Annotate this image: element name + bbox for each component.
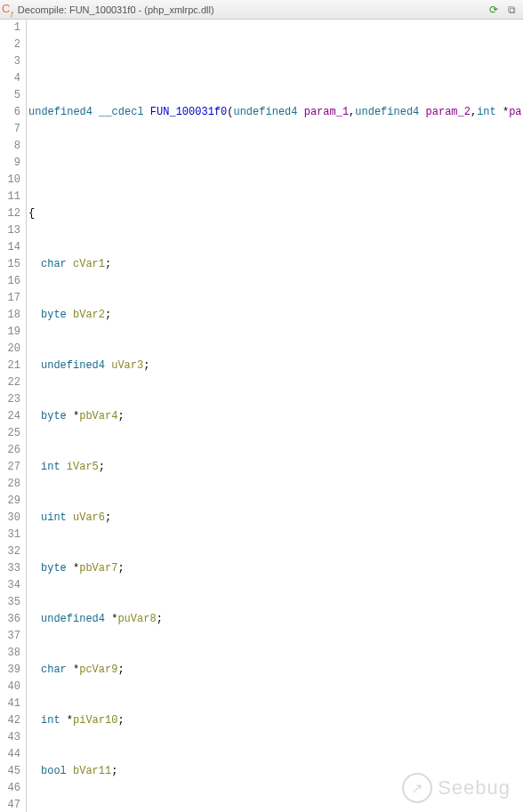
line-number: 21 — [0, 358, 20, 374]
code-line: char *pcVar9; — [28, 662, 523, 679]
decompile-icon: Cƒ — [2, 2, 14, 18]
code-line: { — [28, 205, 523, 222]
editor: 1234567891011121314151617181920212223242… — [0, 20, 523, 812]
line-gutter: 1234567891011121314151617181920212223242… — [0, 20, 27, 812]
line-number: 36 — [0, 611, 20, 628]
code-line: byte bVar2; — [28, 307, 523, 324]
code-line: undefined4 uVar3; — [28, 358, 523, 374]
line-number: 19 — [0, 324, 20, 341]
line-number: 26 — [0, 442, 20, 459]
code-line: char cVar1; — [28, 256, 523, 273]
line-number: 1 — [0, 20, 20, 36]
line-number: 2 — [0, 36, 20, 53]
line-number: 23 — [0, 391, 20, 408]
code-line: int *piVar10; — [28, 712, 523, 729]
line-number: 44 — [0, 746, 20, 763]
code-line: byte *pbVar7; — [28, 560, 523, 577]
line-number: 27 — [0, 459, 20, 476]
line-number: 24 — [0, 408, 20, 425]
line-number: 41 — [0, 695, 20, 712]
window-title: Decompile: FUN_100031f0 - (php_xmlrpc.dl… — [18, 4, 484, 15]
line-number: 7 — [0, 121, 20, 138]
code-line: undefined4 *puVar8; — [28, 611, 523, 628]
line-number: 4 — [0, 70, 20, 87]
watermark-text: Seebug — [438, 776, 511, 800]
line-number: 13 — [0, 222, 20, 239]
line-number: 8 — [0, 138, 20, 155]
line-number: 20 — [0, 341, 20, 358]
code-line — [28, 155, 523, 172]
line-number: 18 — [0, 307, 20, 324]
line-number: 10 — [0, 172, 20, 189]
line-number: 9 — [0, 155, 20, 172]
line-number: 29 — [0, 493, 20, 510]
line-number: 17 — [0, 290, 20, 307]
line-number: 25 — [0, 425, 20, 442]
line-number: 40 — [0, 679, 20, 695]
line-number: 33 — [0, 560, 20, 577]
copy-button[interactable]: ⧉ — [503, 3, 519, 17]
line-number: 43 — [0, 729, 20, 746]
line-number: 42 — [0, 712, 20, 729]
refresh-button[interactable]: ⟳ — [486, 3, 502, 17]
line-number: 34 — [0, 577, 20, 594]
line-number: 47 — [0, 797, 20, 812]
code-line: uint uVar6; — [28, 510, 523, 527]
code-line: byte *pbVar4; — [28, 408, 523, 425]
line-number: 28 — [0, 476, 20, 493]
watermark-icon: ↗ — [402, 773, 432, 803]
line-number: 12 — [0, 205, 20, 222]
line-number: 35 — [0, 594, 20, 611]
line-number: 11 — [0, 189, 20, 205]
line-number: 46 — [0, 780, 20, 797]
watermark: ↗ Seebug — [402, 773, 511, 803]
code-line — [28, 53, 523, 70]
line-number: 37 — [0, 628, 20, 645]
line-number: 38 — [0, 645, 20, 662]
line-number: 30 — [0, 510, 20, 527]
line-number: 45 — [0, 763, 20, 780]
code-line: int iVar5; — [28, 459, 523, 476]
line-number: 15 — [0, 256, 20, 273]
line-number: 22 — [0, 374, 20, 391]
line-number: 3 — [0, 53, 20, 70]
line-number: 32 — [0, 543, 20, 560]
line-number: 16 — [0, 273, 20, 290]
line-number: 39 — [0, 662, 20, 679]
titlebar: Cƒ Decompile: FUN_100031f0 - (php_xmlrpc… — [0, 0, 523, 20]
line-number: 6 — [0, 104, 20, 121]
code-area[interactable]: undefined4 __cdecl FUN_100031f0(undefine… — [27, 20, 523, 812]
code-line: undefined4 __cdecl FUN_100031f0(undefine… — [28, 104, 523, 121]
line-number: 31 — [0, 527, 20, 543]
line-number: 5 — [0, 87, 20, 104]
line-number: 14 — [0, 239, 20, 256]
